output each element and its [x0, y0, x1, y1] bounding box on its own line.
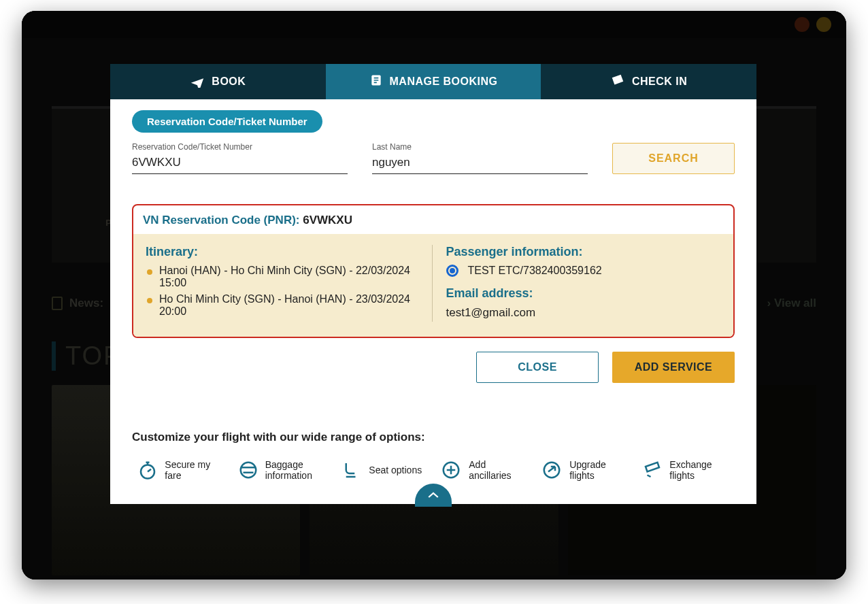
itinerary-segment: Ho Chi Minh City (SGN) - Hanoi (HAN) - 2… — [146, 293, 421, 318]
customize-options-row: Secure my fare Baggage information Seat … — [132, 455, 735, 485]
radio-selected-icon — [446, 265, 458, 277]
itinerary-icon — [369, 73, 383, 90]
tab-book-label: BOOK — [212, 76, 246, 88]
plus-circle-icon — [440, 458, 462, 482]
passenger-column: Passenger information: TEST ETC/73824003… — [433, 245, 722, 322]
option-baggage-label: Baggage information — [265, 459, 326, 481]
search-button[interactable]: SEARCH — [612, 143, 735, 174]
passenger-info-title: Passenger information: — [446, 245, 722, 259]
search-mode-pill[interactable]: Reservation Code/Ticket Number — [132, 110, 322, 133]
customize-options-title: Customize your flight with our wide rang… — [132, 431, 735, 444]
tab-check-in-label: CHECK IN — [632, 76, 687, 88]
add-service-button[interactable]: ADD SERVICE — [612, 352, 735, 383]
email-title: Email address: — [446, 286, 722, 301]
collapse-handle[interactable] — [415, 484, 452, 507]
option-seat-label: Seat options — [369, 465, 422, 475]
seat-icon — [339, 458, 362, 482]
pnr-label: VN Reservation Code (PNR): — [143, 214, 299, 227]
option-exchange-label: Exchange flights — [669, 459, 730, 481]
option-secure-fare[interactable]: Secure my fare — [132, 455, 229, 485]
reservation-code-field-group: Reservation Code/Ticket Number — [132, 142, 348, 174]
option-upgrade-label: Upgrade flights — [569, 459, 629, 481]
option-baggage[interactable]: Baggage information — [233, 455, 331, 485]
option-exchange[interactable]: Exchange flights — [637, 455, 735, 485]
option-seat[interactable]: Seat options — [334, 455, 431, 485]
tab-check-in[interactable]: CHECK IN — [541, 64, 756, 99]
search-row: Reservation Code/Ticket Number Last Name… — [132, 142, 735, 174]
option-secure-fare-label: Secure my fare — [165, 459, 224, 481]
modal-tabs: BOOK MANAGE BOOKING CHECK IN — [110, 64, 756, 99]
passenger-name: TEST ETC/7382400359162 — [468, 265, 602, 277]
result-actions: CLOSE ADD SERVICE — [132, 352, 735, 383]
reservation-code-input[interactable] — [132, 153, 348, 174]
last-name-label: Last Name — [372, 142, 588, 152]
itinerary-segment: Hanoi (HAN) - Ho Chi Minh City (SGN) - 2… — [146, 265, 421, 289]
tab-manage-booking-label: MANAGE BOOKING — [390, 76, 498, 88]
pnr-line: VN Reservation Code (PNR): 6VWKXU — [133, 205, 733, 234]
ticket-icon — [610, 73, 625, 90]
itinerary-list: Hanoi (HAN) - Ho Chi Minh City (SGN) - 2… — [146, 265, 421, 318]
svg-point-2 — [240, 463, 256, 478]
option-ancillaries[interactable]: Add ancillaries — [435, 455, 533, 485]
reservation-code-label: Reservation Code/Ticket Number — [132, 142, 348, 152]
chevron-up-icon — [427, 491, 439, 499]
upgrade-icon — [541, 458, 563, 482]
option-upgrade[interactable]: Upgrade flights — [537, 455, 634, 485]
itinerary-column: Itinerary: Hanoi (HAN) - Ho Chi Minh Cit… — [146, 245, 433, 322]
manage-booking-modal: BOOK MANAGE BOOKING CHECK IN Reservation… — [110, 64, 756, 504]
reservation-details: Itinerary: Hanoi (HAN) - Ho Chi Minh Cit… — [133, 234, 733, 337]
passenger-row[interactable]: TEST ETC/7382400359162 — [446, 265, 722, 277]
tab-manage-booking[interactable]: MANAGE BOOKING — [326, 64, 541, 99]
pnr-value: 6VWKXU — [303, 214, 352, 227]
reservation-result-box: VN Reservation Code (PNR): 6VWKXU Itiner… — [132, 204, 735, 338]
baggage-icon — [238, 458, 258, 482]
itinerary-title: Itinerary: — [146, 245, 421, 259]
last-name-field-group: Last Name — [372, 142, 588, 174]
stopwatch-icon — [137, 458, 158, 482]
option-ancillaries-label: Add ancillaries — [469, 459, 527, 481]
airplane-icon — [190, 73, 205, 90]
last-name-input[interactable] — [372, 153, 588, 174]
email-value: test1@gmail.com — [446, 306, 722, 320]
exchange-icon — [642, 458, 663, 482]
tab-book[interactable]: BOOK — [110, 64, 326, 99]
close-button[interactable]: CLOSE — [476, 352, 599, 383]
